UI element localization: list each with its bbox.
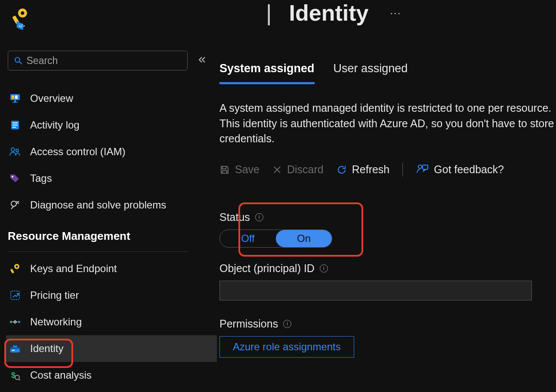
toggle-off[interactable]: Off [220, 230, 276, 247]
sidebar: </> Overview [0, 0, 219, 392]
info-icon[interactable]: i [320, 264, 328, 273]
svg-rect-8 [12, 95, 14, 99]
toolbar: Save Discard Refresh Got feedback? [219, 163, 556, 177]
search-input-wrapper[interactable] [8, 51, 188, 70]
keyvault-logo-icon: </> [10, 7, 28, 31]
sidebar-item-cost-analysis[interactable]: $ Cost analysis [8, 362, 219, 389]
discard-label: Discard [287, 163, 324, 176]
sidebar-item-label: Access control (IAM) [30, 146, 125, 158]
sidebar-item-access-control[interactable]: Access control (IAM) [8, 138, 219, 165]
sidebar-item-label: Pricing tier [30, 289, 79, 301]
save-label: Save [235, 163, 259, 176]
diagnose-icon [9, 200, 21, 210]
sidebar-item-label: Diagnose and solve problems [30, 199, 166, 211]
tab-system-assigned[interactable]: System assigned [219, 62, 315, 84]
section-header-resource-management: Resource Management [8, 230, 219, 251]
sidebar-item-label: Overview [30, 92, 73, 104]
header-separator: | [266, 0, 272, 26]
sidebar-item-label: Identity [30, 343, 63, 355]
collapse-sidebar-icon[interactable] [198, 56, 206, 65]
refresh-button[interactable]: Refresh [337, 163, 390, 176]
sidebar-item-keys-endpoint[interactable]: Keys and Endpoint [8, 255, 219, 282]
tab-description: A system assigned managed identity is re… [219, 101, 555, 147]
pricing-tier-icon [9, 290, 21, 300]
svg-line-6 [19, 62, 22, 64]
sidebar-item-overview[interactable]: Overview [8, 85, 219, 112]
search-icon [14, 56, 22, 65]
identity-icon [9, 344, 21, 353]
info-icon[interactable]: i [283, 320, 291, 328]
networking-icon [9, 318, 21, 326]
svg-point-24 [18, 321, 21, 323]
svg-rect-15 [12, 127, 16, 128]
key-icon [9, 263, 21, 274]
overview-icon [9, 93, 21, 104]
svg-point-20 [16, 266, 18, 268]
svg-text:</>: </> [19, 23, 25, 28]
status-label: Status [219, 211, 250, 224]
feedback-button[interactable]: Got feedback? [416, 163, 504, 176]
sidebar-item-label: Activity log [30, 119, 80, 131]
save-icon [219, 165, 230, 175]
sidebar-item-label: Cost analysis [30, 369, 92, 381]
toggle-on[interactable]: On [276, 230, 332, 247]
permissions-block: Permissions i Azure role assignments [219, 318, 556, 358]
main-content: | Identity ··· System assigned User assi… [219, 0, 556, 392]
object-id-input[interactable] [219, 281, 532, 300]
sidebar-item-label: Tags [30, 172, 52, 184]
search-input[interactable] [27, 55, 181, 67]
sidebar-item-label: Networking [30, 316, 82, 328]
feedback-label: Got feedback? [434, 163, 504, 176]
sidebar-item-networking[interactable]: Networking [8, 309, 219, 335]
more-icon[interactable]: ··· [390, 7, 401, 19]
svg-point-1 [21, 11, 24, 15]
svg-rect-13 [12, 122, 18, 123]
object-id-block: Object (principal) ID i [219, 262, 556, 300]
azure-role-assignments-button[interactable]: Azure role assignments [219, 336, 354, 358]
svg-rect-14 [12, 125, 18, 126]
refresh-icon [337, 165, 347, 175]
activity-log-icon [9, 120, 21, 130]
info-icon[interactable]: i [255, 213, 263, 221]
tags-icon [9, 174, 21, 183]
toolbar-separator [402, 163, 403, 177]
status-block: Status i Off On [219, 211, 343, 248]
save-button: Save [219, 163, 259, 176]
svg-rect-32 [222, 166, 226, 169]
sidebar-item-pricing-tier[interactable]: Pricing tier [8, 282, 219, 309]
svg-rect-26 [10, 347, 20, 349]
cost-analysis-icon: $ [9, 370, 21, 380]
svg-point-5 [15, 58, 20, 62]
svg-point-17 [16, 149, 19, 152]
discard-icon [272, 165, 282, 175]
svg-point-30 [15, 375, 19, 380]
sidebar-item-tags[interactable]: Tags [8, 165, 219, 192]
status-toggle[interactable]: Off On [219, 230, 332, 248]
svg-rect-27 [13, 346, 17, 347]
svg-rect-21 [10, 269, 14, 273]
svg-point-34 [418, 165, 422, 168]
permissions-label: Permissions [219, 318, 278, 330]
svg-point-23 [10, 321, 12, 323]
sidebar-item-label: Keys and Endpoint [30, 263, 117, 275]
svg-rect-9 [15, 95, 18, 99]
object-id-label: Object (principal) ID [219, 262, 315, 275]
svg-point-16 [11, 148, 15, 151]
sidebar-item-activity-log[interactable]: Activity log [8, 112, 219, 138]
section-divider [8, 251, 188, 252]
refresh-label: Refresh [352, 163, 390, 176]
access-control-icon [9, 147, 21, 156]
tab-user-assigned[interactable]: User assigned [334, 62, 408, 84]
svg-rect-28 [12, 350, 15, 351]
svg-rect-35 [423, 165, 428, 169]
svg-rect-11 [12, 102, 18, 103]
svg-point-18 [12, 176, 13, 178]
page-title: Identity [289, 0, 369, 26]
sidebar-item-diagnose[interactable]: Diagnose and solve problems [8, 192, 219, 218]
identity-tabs: System assigned User assigned [219, 62, 556, 84]
sidebar-item-identity[interactable]: Identity [6, 335, 217, 362]
svg-rect-33 [222, 171, 227, 173]
feedback-icon [416, 164, 429, 175]
svg-rect-10 [14, 100, 16, 102]
discard-button: Discard [272, 163, 324, 176]
